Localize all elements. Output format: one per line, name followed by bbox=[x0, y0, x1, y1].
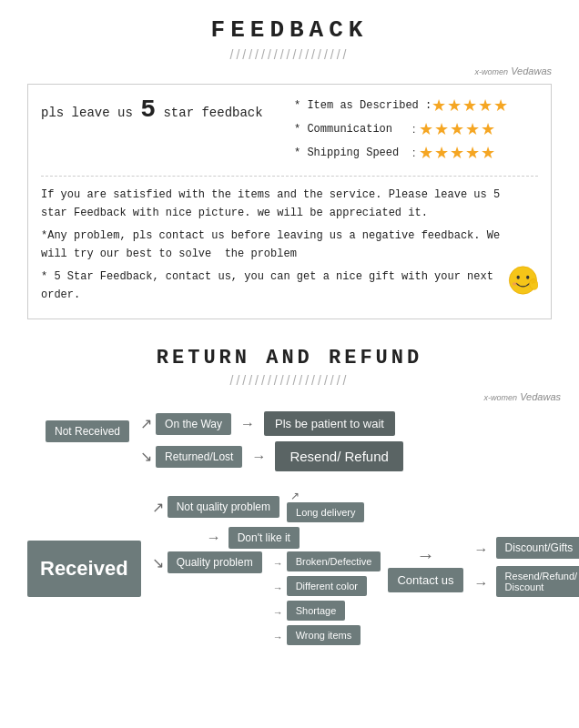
quality-problem-box: Quality problem bbox=[168, 551, 262, 573]
feedback-top: pls leave us 5 star feedback * Item as D… bbox=[41, 96, 538, 177]
star-feedback-text: star feedback bbox=[163, 106, 262, 120]
pls-leave-text: pls leave us bbox=[41, 106, 133, 120]
dont-like-box: Don't like it bbox=[229, 527, 300, 549]
shortage-box: Shortage bbox=[287, 601, 346, 621]
body-line-2: *Any problem, pls contact us before leav… bbox=[41, 227, 508, 264]
resend-refund2-box: Resend/Refund/ Discount bbox=[496, 566, 579, 597]
refund-section: RETURN AND REFUND /////////////////// x-… bbox=[0, 338, 579, 657]
quality-group: → Broken/Defective → Different color → S… bbox=[269, 551, 381, 648]
comm-label: * Communication bbox=[294, 123, 412, 136]
arrow-discount: → bbox=[474, 541, 489, 558]
not-received-label: Not Received bbox=[46, 420, 129, 442]
received-label: Received bbox=[27, 541, 141, 597]
feedback-title: FEEDBACK bbox=[27, 16, 552, 44]
received-layout: Received ↗ Not quality problem ↗ Long de… bbox=[27, 490, 561, 648]
star-row-item: * Item as Described : ★★★★★ bbox=[294, 96, 538, 116]
arrow-contact: → bbox=[417, 545, 435, 566]
feedback-section: FEEDBACK /////////////////// x-women Ved… bbox=[0, 0, 579, 338]
arrow-returned: ↘ bbox=[140, 448, 152, 465]
smiley-icon bbox=[508, 253, 538, 308]
not-received-section: Not Received ↗ On the Way → Pls be patie… bbox=[27, 411, 561, 477]
comm-colon: : bbox=[412, 123, 415, 136]
comm-stars: ★★★★★ bbox=[419, 119, 496, 139]
feedback-right-stars: * Item as Described : ★★★★★ * Communicat… bbox=[294, 96, 538, 167]
broken-box: Broken/Defective bbox=[287, 551, 381, 571]
feedback-body: If you are satisfied with the items and … bbox=[41, 186, 538, 308]
diff-color-box: Different color bbox=[287, 576, 367, 596]
arrow-broken: → bbox=[273, 558, 283, 569]
shipping-stars: ★★★★★ bbox=[419, 143, 496, 163]
arrow-resend: → bbox=[251, 449, 266, 465]
feedback-left-text: pls leave us 5 star feedback bbox=[41, 96, 294, 124]
resend-refund-box: Resend/ Refund bbox=[275, 441, 402, 471]
discount-gifts-box: Discount/Gifts bbox=[496, 537, 579, 559]
star-row-comm: * Communication : ★★★★★ bbox=[294, 119, 538, 139]
shipping-label: * Shipping Speed bbox=[294, 147, 412, 159]
arrow-wrong: → bbox=[273, 632, 283, 642]
refund-brand: x-women Vedawas bbox=[18, 391, 561, 402]
arrow-on-way: ↗ bbox=[140, 415, 152, 432]
arrow-qp: ↘ bbox=[152, 554, 164, 571]
svg-point-3 bbox=[513, 283, 517, 286]
body-line-1: If you are satisfied with the items and … bbox=[41, 186, 508, 223]
shipping-colon: : bbox=[412, 147, 415, 159]
right-outcomes: → Discount/Gifts → Resend/Refund/ Discou… bbox=[471, 537, 579, 601]
arrow-resend2: → bbox=[474, 575, 489, 592]
feedback-body-text: If you are satisfied with the items and … bbox=[41, 186, 508, 308]
contact-col: → Contact us bbox=[388, 545, 462, 592]
refund-brand-sub: x-women bbox=[484, 393, 518, 402]
brand-name: Vedawas bbox=[511, 66, 552, 76]
arrow-long-del: ↗ bbox=[290, 490, 361, 502]
nr-branch-returned: ↘ Returned/Lost → Resend/ Refund bbox=[137, 441, 403, 471]
arrow-nq: ↗ bbox=[152, 499, 164, 516]
feedback-divider: /////////////////// bbox=[27, 47, 552, 62]
nr-branch-on-way: ↗ On the Way → Pls be patient to wait bbox=[137, 411, 403, 436]
wrong-items-box: Wrong items bbox=[287, 625, 361, 645]
nr-branches: ↗ On the Way → Pls be patient to wait ↘ … bbox=[137, 411, 403, 477]
big-number: 5 bbox=[140, 96, 156, 124]
svg-point-2 bbox=[526, 276, 529, 279]
on-the-way-box: On the Way bbox=[156, 413, 231, 435]
arrow-diff-color: → bbox=[273, 582, 283, 593]
arrow-dont: → bbox=[207, 530, 221, 546]
arrow-pls-wait: → bbox=[240, 416, 255, 432]
long-delivery-box: Long delivery bbox=[287, 502, 364, 522]
returned-lost-box: Returned/Lost bbox=[156, 446, 242, 468]
feedback-body-wrap: If you are satisfied with the items and … bbox=[41, 186, 538, 308]
not-received-box: Not Received bbox=[46, 424, 129, 438]
feedback-box: pls leave us 5 star feedback * Item as D… bbox=[27, 84, 552, 319]
pls-wait-box: Pls be patient to wait bbox=[264, 411, 395, 436]
flowchart: Not Received ↗ On the Way → Pls be patie… bbox=[27, 411, 561, 648]
brand-sub: x-women bbox=[475, 67, 509, 76]
arrow-shortage: → bbox=[273, 607, 283, 618]
refund-divider: /////////////////// bbox=[18, 373, 561, 388]
received-middle: ↗ Not quality problem ↗ Long delivery → … bbox=[148, 490, 381, 648]
svg-point-1 bbox=[517, 276, 520, 279]
refund-title: RETURN AND REFUND bbox=[18, 347, 561, 369]
star-row-shipping: * Shipping Speed : ★★★★★ bbox=[294, 143, 538, 163]
feedback-brand: x-women Vedawas bbox=[27, 66, 552, 76]
body-line-3: * 5 Star Feedback, contact us, you can g… bbox=[41, 268, 508, 305]
item-described-label: * Item as Described : bbox=[294, 99, 432, 112]
refund-brand-name: Vedawas bbox=[520, 391, 561, 402]
contact-us-box: Contact us bbox=[388, 568, 462, 592]
not-quality-box: Not quality problem bbox=[168, 496, 279, 518]
item-stars: ★★★★★ bbox=[432, 96, 509, 116]
